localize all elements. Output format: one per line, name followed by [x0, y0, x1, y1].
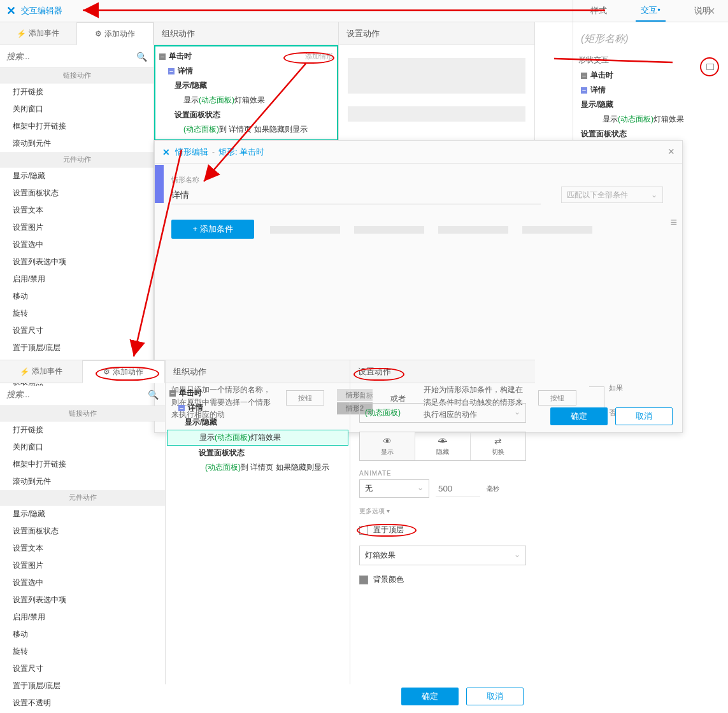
rp-detail[interactable]: 详情	[590, 85, 606, 95]
action-item[interactable]: 滚动到元件	[0, 135, 153, 152]
tree-setstate-2[interactable]: 设置面板状态	[199, 448, 245, 458]
modal-close-icon[interactable]: ×	[667, 145, 674, 159]
search-input-2[interactable]	[3, 386, 144, 403]
action-item[interactable]: 设置列表选中项	[0, 591, 165, 609]
link-actions: 打开链接 关闭窗口 框架中打开链接 滚动到元件	[0, 83, 153, 152]
rp-lb: 灯箱效果	[653, 114, 684, 125]
app-title: 交互编辑器	[21, 5, 62, 17]
anim-select[interactable]: 无⌄	[359, 479, 429, 498]
chk-ontop[interactable]	[359, 526, 368, 535]
action-item[interactable]: 置于顶层/底层	[0, 677, 165, 695]
action-item[interactable]: 框架中打开链接	[0, 118, 153, 135]
action-item[interactable]: 移动	[0, 288, 153, 305]
hamburger-icon[interactable]: ≡	[670, 216, 677, 229]
tree-detail-2[interactable]: 详情	[188, 402, 203, 413]
action-item[interactable]: 关闭窗口	[0, 439, 165, 456]
tab-add-event[interactable]: ⚡添加事件	[0, 22, 76, 45]
action-item[interactable]: 滚动到元件	[0, 473, 165, 490]
tab-style[interactable]: 样式	[585, 1, 612, 22]
blue-bar	[155, 165, 164, 203]
action-item[interactable]: 设置面板状态	[0, 523, 165, 540]
btn-chip2: 按钮	[538, 390, 576, 406]
rp-showhide[interactable]: 显示/隐藏	[581, 99, 613, 110]
unit-label: 毫秒	[487, 484, 499, 493]
organize-header: 组织动作	[154, 22, 338, 45]
tab-add-action-2[interactable]: ⚙添加动作	[82, 360, 166, 383]
tree-dyn: (动态面板)	[199, 95, 234, 106]
tree-show: 显示	[183, 95, 199, 106]
tree-desc-2: 到 详情页 如果隐藏则显示	[241, 462, 329, 473]
tree-click-2[interactable]: 单击时	[179, 388, 202, 399]
tree-lb: 灯箱效果	[234, 95, 265, 106]
modal-title: 情形编辑	[175, 146, 208, 158]
action-item[interactable]: 设置图片	[0, 557, 165, 574]
action-item[interactable]: 设置尺寸	[0, 322, 153, 339]
lightbox-select[interactable]: 灯箱效果⌄	[359, 546, 526, 565]
action-item[interactable]: 设置尺寸	[0, 660, 165, 677]
tree-sh-2[interactable]: 显示/隐藏	[185, 417, 217, 428]
action-item[interactable]: 移动	[0, 626, 165, 643]
action-item[interactable]: 框架中打开链接	[0, 456, 165, 473]
rp-setstate[interactable]: 设置面板状态	[581, 129, 627, 139]
action-item[interactable]: 旋转	[0, 305, 153, 322]
action-item[interactable]: 启用/禁用	[0, 271, 153, 288]
widget-actions: 显示/隐藏 设置面板状态 设置文本 设置图片 设置选中 设置列表选中项 启用/禁…	[0, 167, 153, 391]
search-input[interactable]	[3, 48, 132, 65]
search-icon-2[interactable]: 🔍	[144, 390, 162, 400]
action-item[interactable]: 设置选中	[0, 236, 153, 253]
modal-cancel-button[interactable]: 取消	[615, 407, 673, 425]
group-widget-2: 元件动作	[0, 490, 165, 505]
tab-interaction[interactable]: 交互•	[636, 1, 666, 22]
animate-label: ANIMATE	[359, 470, 526, 477]
rp-dyn: (动态面板)	[618, 114, 653, 125]
tree-setstate[interactable]: 设置面板状态	[175, 109, 220, 120]
placeholder-block	[348, 58, 525, 94]
placeholder-bar	[354, 226, 424, 234]
action-item[interactable]: 启用/禁用	[0, 609, 165, 626]
modal-ok-button[interactable]: 确定	[550, 407, 608, 425]
organize-header-2: 组织动作	[166, 360, 350, 383]
tree-lb-2: 灯箱效果	[250, 432, 281, 443]
action-item[interactable]: 置于顶层/底层	[0, 339, 153, 356]
action-item[interactable]: 显示/隐藏	[0, 167, 153, 185]
cancel-button[interactable]: 取消	[466, 688, 524, 705]
action-item[interactable]: 关闭窗口	[0, 101, 153, 118]
vis-show[interactable]: 👁显示	[360, 432, 415, 460]
action-item[interactable]: 设置面板状态	[0, 185, 153, 202]
action-item[interactable]: 设置不透明	[0, 695, 165, 712]
tree-detail[interactable]: 详情	[178, 66, 193, 76]
modal-logo: ✕	[162, 147, 170, 157]
tree-click[interactable]: 单击时	[169, 51, 192, 62]
chk-bgcolor[interactable]	[359, 575, 368, 584]
vis-toggle[interactable]: ⇄切换	[471, 432, 525, 460]
anim-time-input[interactable]	[436, 481, 480, 497]
group-link-2: 链接动作	[0, 406, 165, 421]
add-condition-button[interactable]: + 添加条件	[171, 220, 254, 239]
search-icon[interactable]: 🔍	[132, 52, 151, 62]
action-item[interactable]: 打开链接	[0, 421, 165, 439]
expand-tree-icon[interactable]	[700, 57, 719, 76]
action-item[interactable]: 设置文本	[0, 540, 165, 557]
target-select[interactable]: (动态面板)⌄	[359, 403, 526, 423]
tree-sh[interactable]: 显示/隐藏	[175, 80, 207, 91]
rp-show: 显示	[603, 114, 618, 125]
tab-add-action[interactable]: ⚙添加动作	[76, 22, 154, 45]
tree-dyn-3: (动态面板)	[215, 432, 250, 443]
vis-hide[interactable]: 👁隐藏	[415, 432, 471, 460]
match-select[interactable]: 匹配以下全部条件⌄	[561, 187, 663, 203]
action-item[interactable]: 设置列表选中项	[0, 253, 153, 271]
rp-click[interactable]: 单击时	[590, 70, 613, 81]
tab-add-event-2[interactable]: ⚡添加事件	[0, 360, 82, 383]
case-name-input[interactable]: 详情	[171, 187, 541, 204]
action-item[interactable]: 设置文本	[0, 202, 153, 219]
action-item[interactable]: 设置图片	[0, 219, 153, 236]
target-label: 目标	[359, 391, 526, 400]
ok-button[interactable]: 确定	[401, 688, 459, 705]
action-item[interactable]: 设置选中	[0, 574, 165, 591]
more-options[interactable]: 更多选项 ▾	[359, 507, 526, 516]
tab-notes[interactable]: 说明	[689, 1, 716, 22]
action-item[interactable]: 打开链接	[0, 83, 153, 101]
action-item[interactable]: 显示/隐藏	[0, 505, 165, 523]
action-item[interactable]: 旋转	[0, 643, 165, 660]
add-case-btn[interactable]: 添加情形	[305, 52, 333, 61]
